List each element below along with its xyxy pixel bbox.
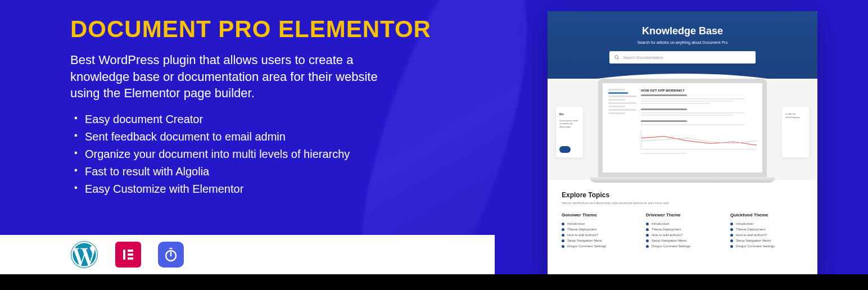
kb-subtitle: Search for articles on anything about Do… bbox=[638, 40, 728, 44]
explore-section: Explore Topics Iaccus vestibulum sed acc… bbox=[548, 180, 817, 261]
article-title: HOW GET APP WORKING? bbox=[641, 89, 757, 92]
hero-banner: DOCUMENT PRO ELEMENTOR Best WordPress pl… bbox=[0, 0, 868, 290]
laptop-area: Kn Lorem ipsum dolor sit adipiscing ulla… bbox=[548, 79, 817, 180]
topics-grid: Gonower Theme Introduction Theme Deploym… bbox=[562, 212, 803, 250]
topic-item: Setup Navigation Menu bbox=[562, 239, 635, 242]
topic-item: Introduction bbox=[646, 222, 719, 225]
bottom-bar bbox=[0, 274, 868, 290]
topic-item: Disqus Comment Settings bbox=[562, 244, 635, 248]
topic-column: Quickfood Theme Introduction Theme Deplo… bbox=[730, 212, 803, 250]
explore-subtitle: Iaccus vestibulum sed accumsan odio euis… bbox=[562, 201, 803, 205]
svg-point-6 bbox=[615, 56, 618, 59]
topic-item: How to add authors? bbox=[562, 233, 635, 237]
card-button bbox=[559, 146, 571, 153]
laptop-base bbox=[590, 177, 775, 183]
doc-content: HOW GET APP WORKING? bbox=[641, 89, 757, 167]
chart-placeholder bbox=[641, 130, 757, 149]
topic-item: Introduction bbox=[562, 222, 635, 225]
topic-item: How to add authors? bbox=[646, 233, 719, 237]
topic-item: Theme Deployment bbox=[730, 228, 803, 231]
topic-item: Setup Navigation Menu bbox=[730, 239, 803, 242]
topic-item: Setup Navigation Menu bbox=[646, 239, 719, 242]
laptop-screen: HOW GET APP WORKING? bbox=[598, 79, 767, 177]
topic-item: Theme Deployment bbox=[646, 228, 719, 231]
topic-column: Drivewer Theme Introduction Theme Deploy… bbox=[646, 212, 719, 250]
left-card: Kn Lorem ipsum dolor sit adipiscing ulla… bbox=[556, 107, 583, 157]
laptop-mockup: HOW GET APP WORKING? bbox=[598, 79, 767, 183]
doc-sidebar bbox=[608, 89, 636, 167]
explore-title: Explore Topics bbox=[562, 191, 803, 199]
right-card: ts with the containing ges. bbox=[782, 107, 809, 157]
topic-item: Introduction bbox=[730, 222, 803, 225]
topic-column: Gonower Theme Introduction Theme Deploym… bbox=[562, 212, 635, 250]
search-box: Search Documentation bbox=[609, 51, 756, 64]
topic-item: Disqus Comment Settings bbox=[730, 244, 803, 248]
hero-subtitle: Best WordPress plugin that allows users … bbox=[70, 52, 396, 102]
topic-item: How to add authors? bbox=[730, 233, 803, 237]
search-icon bbox=[614, 55, 620, 60]
topic-item: Disqus Comment Settings bbox=[646, 244, 719, 248]
topic-item: Theme Deployment bbox=[562, 228, 635, 231]
kb-title: Knowledge Base bbox=[642, 25, 723, 37]
preview-mockup: Knowledge Base Search for articles on an… bbox=[548, 11, 817, 281]
search-placeholder: Search Documentation bbox=[623, 56, 663, 60]
